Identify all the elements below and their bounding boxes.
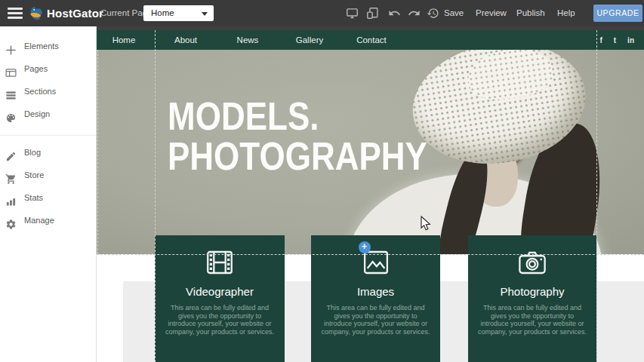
preview-button[interactable]: Preview — [476, 0, 507, 26]
social-links: f t in — [599, 30, 644, 50]
editor-topbar: HostGator Current Page: Home — [0, 0, 644, 26]
chevron-down-icon — [202, 12, 208, 16]
app-window: HostGator Current Page: Home — [0, 0, 644, 362]
hero-section[interactable]: MODELS. PHOTOGRAPHY — [97, 50, 644, 254]
card-title: Images — [311, 285, 440, 298]
pencil-icon — [5, 147, 17, 158]
upgrade-button[interactable]: UPGRADE — [593, 5, 642, 22]
bar-chart-icon — [5, 192, 17, 204]
film-icon — [204, 247, 236, 278]
sidebar-item-pages[interactable]: Pages — [0, 57, 96, 80]
sidebar-item-elements[interactable]: Elements — [0, 35, 96, 57]
pages-icon — [5, 63, 17, 75]
save-button[interactable]: Save — [444, 0, 464, 26]
site-preview: Home About News Gallery Contact f t in — [97, 30, 644, 362]
facebook-icon[interactable]: f — [599, 36, 602, 44]
sidebar-item-stats[interactable]: Stats — [0, 186, 96, 209]
card-body: This area can be fully edited and gives … — [165, 304, 275, 336]
feature-card-videographer[interactable]: Videographer This area can be fully edit… — [155, 235, 285, 362]
sidebar-item-blog[interactable]: Blog — [0, 141, 96, 164]
feature-card-photography[interactable]: Photography This area can be fully edite… — [468, 235, 596, 362]
sidebar-item-manage[interactable]: Manage — [0, 209, 96, 232]
card-title: Photography — [468, 285, 596, 298]
camera-icon — [516, 247, 548, 278]
hero-title-line1: MODELS. — [168, 97, 427, 137]
card-body: This area can be fully edited and gives … — [478, 304, 587, 336]
page-select-dropdown[interactable]: Home — [143, 5, 214, 21]
linkedin-icon[interactable]: in — [627, 36, 634, 44]
palette-icon — [5, 109, 17, 120]
editor-canvas: Home About News Gallery Contact f t in — [97, 26, 644, 362]
sections-icon — [5, 86, 17, 97]
redo-icon[interactable] — [408, 7, 421, 20]
gear-icon — [5, 215, 17, 226]
image-plus-icon: + — [360, 247, 392, 278]
sidebar-item-design[interactable]: Design — [0, 103, 96, 125]
card-title: Videographer — [155, 285, 285, 298]
plus-icon — [5, 41, 17, 52]
help-button[interactable]: Help — [557, 0, 575, 26]
sidebar-item-store[interactable]: Store — [0, 164, 96, 186]
undo-icon[interactable] — [388, 7, 401, 20]
hero-title[interactable]: MODELS. PHOTOGRAPHY — [168, 97, 427, 177]
history-icon[interactable] — [427, 7, 439, 20]
publish-button[interactable]: Publish — [516, 0, 545, 26]
card-body: This area can be fully edited and gives … — [321, 304, 430, 336]
page-select-value: Home — [151, 8, 174, 17]
nav-item-home[interactable]: Home — [101, 35, 146, 44]
gator-icon — [27, 5, 44, 21]
sidebar-item-sections[interactable]: Sections — [0, 80, 96, 103]
editor-sidebar: Elements Pages Sections Design — [0, 26, 97, 362]
hero-title-line2: PHOTOGRAPHY — [168, 137, 427, 176]
cart-icon — [5, 170, 17, 181]
hamburger-menu-icon[interactable] — [8, 8, 23, 19]
nav-item-news[interactable]: News — [225, 35, 270, 44]
feature-card-images[interactable]: + Images This area can be fully edited a… — [311, 235, 440, 362]
nav-item-contact[interactable]: Contact — [349, 35, 394, 44]
nav-item-gallery[interactable]: Gallery — [287, 35, 332, 44]
sidebar-divider — [0, 135, 96, 136]
mobile-preview-icon[interactable] — [366, 7, 379, 20]
hostgator-logo: HostGator — [27, 5, 103, 21]
nav-item-about[interactable]: About — [163, 35, 208, 44]
site-navbar: Home About News Gallery Contact f t in — [97, 30, 644, 50]
logo-text: HostGator — [47, 7, 103, 20]
desktop-preview-icon[interactable] — [346, 7, 359, 20]
add-image-badge-icon: + — [359, 241, 371, 253]
twitter-icon[interactable]: t — [614, 36, 616, 44]
